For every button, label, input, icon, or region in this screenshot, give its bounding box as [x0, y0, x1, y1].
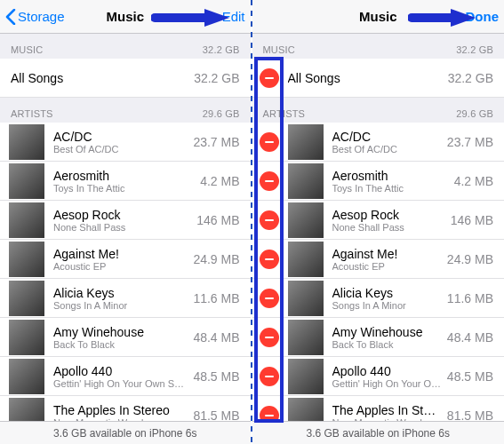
- artist-thumbnail: [288, 242, 324, 277]
- artist-subtitle: Toys In The Attic: [53, 183, 195, 194]
- artist-thumbnail: [288, 281, 324, 316]
- artist-row[interactable]: The Apples In StereoNew Magnetic Wonder8…: [252, 396, 505, 421]
- artist-thumbnail: [9, 242, 44, 277]
- artist-name: Apollo 440: [53, 364, 188, 378]
- artist-size: 81.5 MB: [447, 408, 493, 422]
- artist-subtitle: Songs In A Minor: [332, 300, 442, 311]
- content-scroll[interactable]: MUSIC 32.2 GB All Songs 32.2 GB ARTISTS …: [252, 34, 505, 421]
- delete-icon[interactable]: [260, 328, 279, 347]
- section-size: 29.6 GB: [456, 108, 493, 119]
- section-size: 29.6 GB: [203, 108, 240, 119]
- artist-name: Amy Winehouse: [332, 325, 442, 339]
- artist-row[interactable]: Apollo 440Gettin' High On Your Own Suppl…: [0, 357, 251, 396]
- artist-subtitle: Back To Black: [332, 339, 442, 350]
- artist-subtitle: None Shall Pass: [53, 222, 191, 233]
- row-title: All Songs: [288, 71, 443, 85]
- content-scroll[interactable]: MUSIC 32.2 GB All Songs 32.2 GB ARTISTS …: [0, 34, 251, 421]
- artist-row[interactable]: AerosmithToys In The Attic4.2 MB: [252, 162, 505, 201]
- artist-row[interactable]: The Apples In StereoNew Magnetic Wonder8…: [0, 396, 251, 421]
- artist-thumbnail: [288, 320, 324, 355]
- artist-size: 24.9 MB: [447, 252, 493, 266]
- artist-row[interactable]: Alicia KeysSongs In A Minor11.6 MB: [252, 279, 505, 318]
- artist-size: 23.7 MB: [447, 135, 493, 149]
- delete-icon[interactable]: [260, 132, 279, 152]
- delete-icon[interactable]: [260, 171, 279, 191]
- delete-icon[interactable]: [260, 68, 279, 88]
- artist-row[interactable]: Aesop RockNone Shall Pass146 MB: [252, 201, 505, 240]
- section-size: 32.2 GB: [456, 44, 493, 55]
- artist-row[interactable]: Apollo 440Gettin' High On Your Own Suppl…: [252, 357, 505, 396]
- artist-subtitle: Gettin' High On Your Own Supply: [332, 378, 442, 389]
- artist-row[interactable]: Against Me!Acoustic EP24.9 MB: [252, 240, 505, 279]
- artist-thumbnail: [288, 163, 324, 199]
- artist-row[interactable]: AC/DCBest Of AC/DC23.7 MB: [252, 123, 505, 162]
- artist-thumbnail: [9, 359, 44, 394]
- panel-browse: Storage Music Edit MUSIC 32.2 GB All Son…: [0, 0, 251, 444]
- section-artists: ARTISTS 29.6 GB: [252, 98, 505, 123]
- artist-thumbnail: [9, 202, 44, 238]
- artist-name: Against Me!: [53, 247, 188, 261]
- artist-row[interactable]: Against Me!Acoustic EP24.9 MB: [0, 240, 251, 279]
- artist-size: 4.2 MB: [454, 174, 493, 188]
- artist-row[interactable]: AerosmithToys In The Attic4.2 MB: [0, 162, 251, 201]
- artist-thumbnail: [9, 320, 44, 355]
- artist-name: Aerosmith: [53, 169, 195, 183]
- footer-status: 3.6 GB available on iPhone 6s: [252, 421, 505, 444]
- artist-row[interactable]: Aesop RockNone Shall Pass146 MB: [0, 201, 251, 240]
- artist-thumbnail: [288, 124, 324, 160]
- artist-name: Alicia Keys: [53, 286, 188, 300]
- artist-size: 24.9 MB: [193, 252, 239, 266]
- footer-status: 3.6 GB available on iPhone 6s: [0, 421, 251, 444]
- artist-subtitle: Acoustic EP: [53, 261, 188, 272]
- artist-size: 23.7 MB: [193, 135, 239, 149]
- artist-thumbnail: [288, 398, 324, 422]
- delete-icon[interactable]: [260, 210, 279, 230]
- artist-size: 48.4 MB: [193, 330, 239, 345]
- section-music: MUSIC 32.2 GB: [0, 34, 251, 59]
- artist-size: 4.2 MB: [200, 174, 239, 188]
- row-all-songs[interactable]: All Songs 32.2 GB: [252, 59, 505, 98]
- section-size: 32.2 GB: [203, 44, 240, 55]
- artist-row[interactable]: Amy WinehouseBack To Black48.4 MB: [0, 318, 251, 357]
- delete-icon[interactable]: [260, 367, 279, 386]
- row-all-songs[interactable]: All Songs 32.2 GB: [0, 59, 251, 98]
- artist-subtitle: Songs In A Minor: [53, 300, 188, 311]
- section-label: MUSIC: [263, 44, 295, 55]
- edit-button[interactable]: Edit: [222, 9, 245, 24]
- row-size: 32.2 GB: [194, 71, 239, 85]
- artist-row[interactable]: AC/DCBest Of AC/DC23.7 MB: [0, 123, 251, 162]
- artist-row[interactable]: Amy WinehouseBack To Black48.4 MB: [252, 318, 505, 357]
- artist-size: 146 MB: [451, 213, 493, 227]
- panel-edit: . Music Done MUSIC 32.2 GB All Songs 32.…: [252, 0, 505, 444]
- artist-size: 48.5 MB: [447, 369, 493, 384]
- row-size: 32.2 GB: [448, 71, 493, 85]
- delete-icon[interactable]: [260, 406, 279, 422]
- artist-name: AC/DC: [53, 130, 188, 144]
- artist-name: Aesop Rock: [332, 208, 445, 222]
- artist-thumbnail: [9, 398, 44, 422]
- back-button[interactable]: Storage: [5, 9, 65, 25]
- artist-size: 146 MB: [196, 213, 239, 227]
- back-label: Storage: [18, 9, 65, 24]
- artist-name: Alicia Keys: [332, 286, 442, 300]
- done-button[interactable]: Done: [466, 9, 500, 24]
- section-label: ARTISTS: [11, 108, 53, 119]
- artist-row[interactable]: Alicia KeysSongs In A Minor11.6 MB: [0, 279, 251, 318]
- artist-subtitle: Back To Black: [53, 339, 188, 350]
- artist-size: 11.6 MB: [193, 291, 239, 305]
- artist-thumbnail: [9, 281, 44, 316]
- delete-icon[interactable]: [260, 289, 279, 308]
- artist-name: The Apples In Stereo: [332, 403, 442, 417]
- delete-icon[interactable]: [260, 250, 279, 269]
- section-music: MUSIC 32.2 GB: [252, 34, 505, 59]
- artist-name: Aerosmith: [332, 169, 449, 183]
- artist-name: Apollo 440: [332, 364, 442, 378]
- section-artists: ARTISTS 29.6 GB: [0, 98, 251, 123]
- artist-subtitle: Toys In The Attic: [332, 183, 449, 194]
- artist-size: 48.4 MB: [447, 330, 493, 345]
- artist-subtitle: Best Of AC/DC: [53, 144, 188, 155]
- artist-size: 81.5 MB: [193, 408, 239, 422]
- artist-subtitle: Acoustic EP: [332, 261, 442, 272]
- artist-size: 48.5 MB: [193, 369, 239, 384]
- row-title: All Songs: [11, 71, 188, 85]
